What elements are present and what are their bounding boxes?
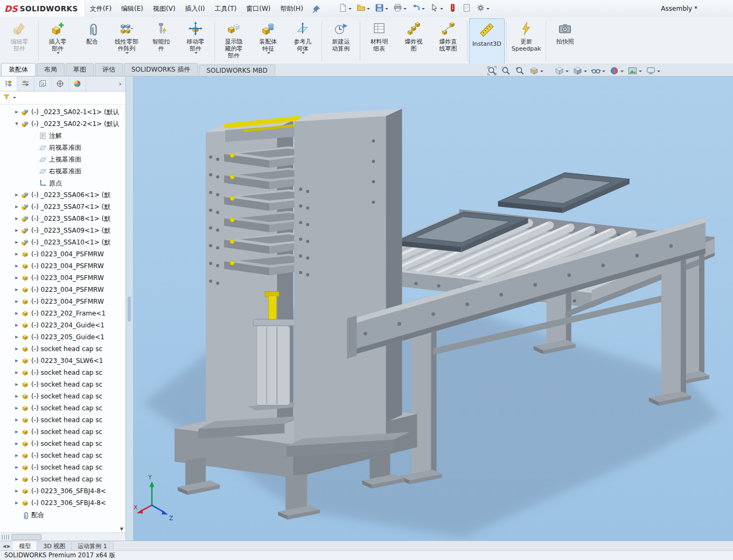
- tree-item[interactable]: ▶(-) 0223_205_Guide<1: [0, 331, 125, 343]
- expand-arrow-icon[interactable]: ▶: [13, 252, 20, 256]
- expand-arrow-icon[interactable]: ▶: [13, 193, 20, 197]
- tree-item[interactable]: ▶(-) socket head cap sc: [0, 426, 125, 438]
- apply-scene-button[interactable]: [626, 65, 643, 78]
- ribbon-linear-component-pattern-button[interactable]: 线性零部件阵列: [109, 18, 144, 65]
- options-button[interactable]: [474, 2, 491, 15]
- expand-arrow-icon[interactable]: ▶: [13, 276, 20, 280]
- view-settings-button[interactable]: [645, 65, 661, 78]
- expand-arrow-icon[interactable]: ▶: [13, 453, 20, 458]
- dropdown-caret-icon[interactable]: [584, 71, 587, 72]
- expand-arrow-icon[interactable]: ▶: [13, 288, 20, 292]
- tree-item[interactable]: ▶(-) socket head cap sc: [0, 414, 125, 426]
- tree-item[interactable]: ▶(-) socket head cap sc: [0, 461, 125, 473]
- expand-arrow-icon[interactable]: ▶: [13, 347, 20, 351]
- ribbon-exploded-view-button[interactable]: 爆炸视图: [396, 18, 431, 65]
- dropdown-caret-icon[interactable]: [566, 71, 569, 72]
- menu-help[interactable]: 帮助(H): [275, 1, 308, 17]
- pin-icon[interactable]: [312, 5, 320, 13]
- panel-tab-propertymanager[interactable]: [17, 76, 34, 91]
- dropdown-caret-icon[interactable]: [540, 71, 543, 72]
- panel-expand-chevron-icon[interactable]: ›: [115, 76, 125, 91]
- expand-arrow-icon[interactable]: ▶: [13, 370, 20, 375]
- expand-arrow-icon[interactable]: ▶: [13, 323, 20, 327]
- tree-item[interactable]: 原点: [0, 177, 125, 189]
- edit-appearance-button[interactable]: [608, 65, 625, 78]
- dropdown-caret-icon[interactable]: [302, 52, 305, 54]
- tree-horizontal-scrollbar[interactable]: [0, 533, 125, 541]
- ribbon-assembly-features-button[interactable]: 装配体特征: [251, 18, 285, 65]
- tree-item[interactable]: ▶(-) 0223_202_Frame<1: [0, 307, 125, 319]
- expand-arrow-icon[interactable]: ▶: [13, 311, 20, 316]
- dropdown-caret-icon[interactable]: [486, 8, 490, 10]
- tree-item[interactable]: ▶(-) socket head cap sc: [0, 390, 125, 402]
- filter-caret-icon[interactable]: [13, 97, 16, 99]
- tree-item[interactable]: ▶(-) 0223_004_PSFMRW: [0, 272, 125, 284]
- doc-tab-model[interactable]: 模型: [13, 541, 37, 551]
- tree-filter[interactable]: [0, 92, 125, 104]
- dropdown-caret-icon[interactable]: [602, 71, 605, 72]
- ribbon-take-snapshot-button[interactable]: 拍快照: [548, 18, 582, 65]
- rebuild-button[interactable]: [446, 2, 459, 15]
- menu-edit[interactable]: 编辑(E): [116, 1, 148, 17]
- save-button[interactable]: [373, 2, 390, 15]
- tab-sketch[interactable]: 草图: [66, 63, 94, 76]
- expand-arrow-icon[interactable]: ▶: [13, 418, 20, 422]
- tree-item[interactable]: ▶(-) socket head cap sc: [0, 438, 125, 450]
- expand-arrow-icon[interactable]: ▶: [13, 501, 20, 505]
- panel-tab-displaymanager[interactable]: [69, 76, 86, 91]
- expand-arrow-icon[interactable]: ▶: [13, 442, 20, 446]
- tab-solidworks-add-ins[interactable]: SOLIDWORKS 插件: [124, 63, 198, 76]
- section-view-button[interactable]: [528, 65, 544, 78]
- dropdown-caret-icon[interactable]: [367, 8, 370, 10]
- expand-arrow-icon[interactable]: ▶: [13, 216, 20, 221]
- ribbon-move-component-button[interactable]: 移动零部件: [178, 18, 213, 65]
- tree-item[interactable]: ▶(-) 0223_004_PSFMRW: [0, 260, 125, 272]
- tree-item[interactable]: 注解: [0, 130, 125, 142]
- expand-arrow-icon[interactable]: ▶: [13, 477, 20, 481]
- zoom-area-button[interactable]: [500, 65, 512, 78]
- splitter-grip[interactable]: [128, 297, 131, 321]
- expand-arrow-icon[interactable]: ▶: [13, 264, 20, 268]
- tree-item[interactable]: ▶(-) 0223_304_SLW6<1: [0, 355, 125, 367]
- ribbon-mate-button[interactable]: 配合: [75, 18, 109, 65]
- menu-insert[interactable]: 插入(I): [180, 1, 210, 17]
- expand-arrow-icon[interactable]: ▶: [13, 299, 20, 304]
- ribbon-new-motion-study-button[interactable]: 新建运动算例: [324, 18, 358, 65]
- tree-item[interactable]: ▶(-) _0223_SSA10<1> (默: [0, 236, 125, 248]
- dropdown-caret-icon[interactable]: [440, 8, 443, 10]
- tree-item[interactable]: 上视基准面: [0, 153, 125, 165]
- tree-item[interactable]: ▶(-) 0223_306_SFBJ4-8<: [0, 497, 125, 509]
- tab-solidworks-mbd[interactable]: SOLIDWORKS MBD: [199, 65, 275, 76]
- tree-item[interactable]: ▶(-) socket head cap sc: [0, 379, 125, 390]
- previous-view-button[interactable]: [514, 65, 526, 78]
- ribbon-show-hidden-components-button[interactable]: 显示隐藏的零部件: [217, 18, 251, 65]
- tab-layout[interactable]: 布局: [37, 63, 65, 76]
- panel-tab-featuremanager[interactable]: [0, 76, 17, 91]
- tree-item[interactable]: ▶(-) socket head cap sc: [0, 367, 125, 379]
- expand-arrow-icon[interactable]: ▼: [13, 122, 20, 126]
- filter-input[interactable]: [18, 94, 123, 102]
- hide-show-items-button[interactable]: [590, 65, 606, 78]
- undo-button[interactable]: [410, 2, 427, 15]
- menu-tools[interactable]: 工具(T): [210, 1, 242, 17]
- filter-funnel-icon[interactable]: [3, 93, 10, 102]
- expand-arrow-icon[interactable]: ▶: [13, 359, 20, 363]
- tree-item[interactable]: ▶(-) socket head cap sc: [0, 402, 125, 414]
- view-orientation-button[interactable]: [553, 65, 570, 78]
- press-column-right[interactable]: [287, 109, 409, 457]
- expand-arrow-icon[interactable]: ▶: [13, 489, 20, 493]
- panel-splitter[interactable]: [126, 76, 134, 541]
- dropdown-caret-icon[interactable]: [620, 71, 624, 72]
- tree-item[interactable]: ▶(-) _0223_SSA08<1> (默: [0, 213, 125, 225]
- tree-item[interactable]: ▼(-) _0223_SA02-2<1> (默认: [0, 118, 125, 130]
- tree-item[interactable]: 配合: [0, 509, 125, 521]
- ribbon-bill-of-materials-button[interactable]: 材料明细表: [362, 18, 396, 65]
- tree-item[interactable]: ▶(-) 0223_004_PSFMRW: [0, 284, 125, 296]
- scrollbar-thumb[interactable]: [11, 534, 41, 540]
- tree-item[interactable]: ▶(-) socket head cap sc: [0, 473, 125, 485]
- ribbon-explode-line-sketch-button[interactable]: 爆炸直线草图: [431, 18, 465, 65]
- new-document-button[interactable]: [337, 2, 353, 15]
- ribbon-reference-geometry-button[interactable]: 参考几何体: [285, 18, 320, 65]
- dropdown-caret-icon[interactable]: [657, 71, 660, 72]
- scrollbar-grip[interactable]: [2, 535, 9, 540]
